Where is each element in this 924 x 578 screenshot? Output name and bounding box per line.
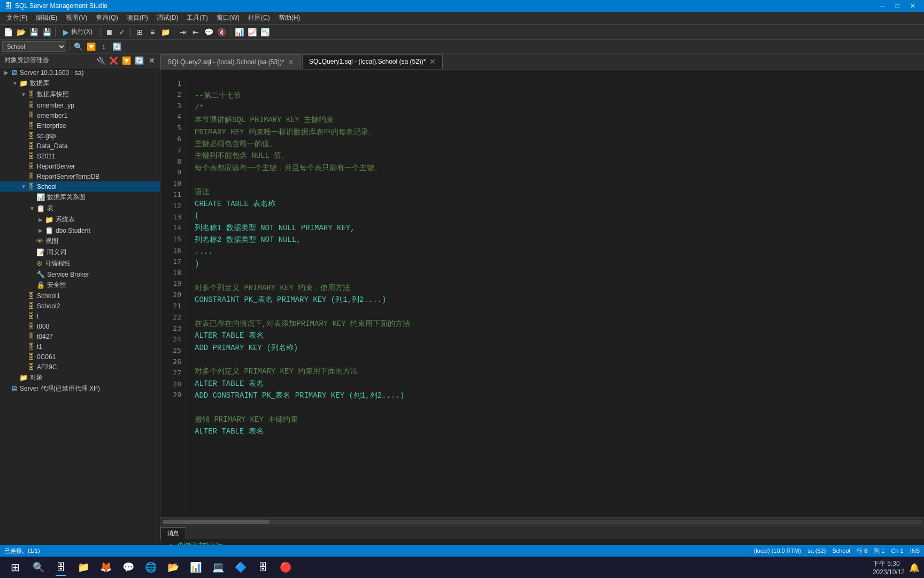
tree-item-views[interactable]: 👁 视图	[0, 235, 160, 247]
sep3	[130, 27, 131, 37]
stop-btn[interactable]: ⏹	[103, 26, 115, 38]
db-icon-school: 🗄	[28, 182, 35, 191]
open-btn[interactable]: 📂	[15, 26, 27, 38]
tree-item-0c061[interactable]: 🗄 0C061	[0, 352, 160, 362]
taskbar-explorer2[interactable]: 📂	[163, 558, 184, 577]
results-grid-btn[interactable]: ⊞	[134, 26, 145, 38]
editor-inner[interactable]: 12345 678910 1112131415 1617181920 21222…	[160, 74, 924, 513]
save-btn[interactable]: 💾	[28, 26, 40, 38]
taskbar-ssms[interactable]: 🗄	[50, 558, 72, 577]
tree-item-system-tables[interactable]: ▶ 📁 系统表	[0, 214, 160, 225]
tree-item-snapshots[interactable]: ▼ 🗄 数据库快照	[0, 89, 160, 100]
menu-window[interactable]: 窗口(W)	[212, 12, 244, 24]
sort-btn[interactable]: ↕	[98, 41, 110, 52]
taskbar-terminal[interactable]: 💻	[207, 558, 229, 577]
tree-item-diagrams[interactable]: 📊 数据库关系图	[0, 192, 160, 203]
tree-item-dbo-student[interactable]: ▶ 📋 dbo.Student	[0, 225, 160, 235]
menu-query[interactable]: 查询(Q)	[91, 12, 122, 24]
results-file-btn[interactable]: 📁	[159, 26, 171, 38]
minimize-btn[interactable]: ─	[876, 2, 889, 10]
code-content[interactable]: --第二十七节 /* 本节课讲解SQL PRIMARY KEY 主键约束 PRI…	[186, 74, 721, 513]
object-explorer-btn[interactable]: 🔍	[72, 41, 84, 52]
h-scrollbar[interactable]	[163, 520, 922, 524]
refresh-btn[interactable]: 🔄	[111, 41, 122, 52]
code-editor[interactable]: 12345 678910 1112131415 1617181920 21222…	[160, 70, 924, 517]
tree-item-agent[interactable]: 🖥 Server 代理(已禁用代理 XP)	[0, 383, 160, 394]
menu-project[interactable]: 项目(P)	[122, 12, 152, 24]
tree-item-security[interactable]: 🔒 安全性	[0, 279, 160, 291]
tree-item-t008[interactable]: 🗄 t008	[0, 321, 160, 331]
sidebar-filter-btn[interactable]: 🔽	[120, 55, 132, 66]
tree-item-s2011[interactable]: 🗄 S2011	[0, 151, 160, 161]
comment-btn[interactable]: 💬	[203, 26, 214, 38]
tree-item-objects[interactable]: 📁 对象	[0, 372, 160, 383]
results-tab-messages[interactable]: 消息	[160, 527, 186, 539]
sidebar-connect-btn[interactable]: 🔌	[95, 55, 106, 66]
start-button[interactable]: ⊞	[4, 558, 26, 577]
outdent-btn[interactable]: ⇤	[190, 26, 202, 38]
tree-item-t1[interactable]: 🗄 t1	[0, 341, 160, 352]
tree-item-t[interactable]: 🗄 t	[0, 311, 160, 321]
db-icon-t008: 🗄	[28, 322, 35, 330]
tree-item-t0427[interactable]: 🗄 t0427	[0, 331, 160, 341]
uncomment-btn[interactable]: 🔇	[215, 26, 227, 38]
tree-item-tables[interactable]: ▼ 📋 表	[0, 203, 160, 214]
execute-btn[interactable]: ▶ 执行(X)	[58, 26, 97, 38]
sidebar-refresh-btn[interactable]: 🔄	[133, 55, 145, 66]
taskbar-ie[interactable]: 🌐	[140, 558, 161, 577]
tree-item-school1[interactable]: 🗄 School1	[0, 291, 160, 301]
taskbar-chat[interactable]: 💬	[118, 558, 139, 577]
filter-btn[interactable]: 🔽	[85, 41, 97, 52]
tree-item-af29c[interactable]: 🗄 AF29C	[0, 362, 160, 372]
tree-item-school[interactable]: ▼ 🗄 School	[0, 181, 160, 192]
taskbar-vs2[interactable]: 🗄	[252, 558, 274, 577]
tree-item-data-data[interactable]: 🗄 Data_Data	[0, 141, 160, 151]
h-scroll-area[interactable]	[160, 517, 924, 526]
tree-item-omember1[interactable]: 🗄 omember1	[0, 110, 160, 120]
iostat-btn[interactable]: 📉	[259, 26, 271, 38]
tab-query1[interactable]: SQLQuery1.sql - (local).School (sa (52))…	[302, 54, 443, 69]
clientstat-btn[interactable]: 📈	[246, 26, 258, 38]
showplan-btn[interactable]: 📊	[233, 26, 245, 38]
taskbar-red[interactable]: 🔴	[275, 558, 296, 577]
tree-item-synonyms[interactable]: 📝 同义词	[0, 247, 160, 258]
close-btn[interactable]: ✕	[906, 2, 920, 10]
tree-item-reportservertempdb[interactable]: 🗄 ReportServerTempDB	[0, 171, 160, 181]
tree-item-databases[interactable]: ▼ 📁 数据库	[0, 78, 160, 89]
tab2-close-icon[interactable]: ✕	[288, 58, 294, 66]
menu-community[interactable]: 社区(C)	[244, 12, 274, 24]
taskbar-vs[interactable]: 🔷	[230, 558, 251, 577]
notification-icon[interactable]: 🔔	[909, 562, 920, 573]
db-selector[interactable]: School	[2, 41, 66, 52]
sidebar-disconnect-btn[interactable]: ❌	[107, 55, 119, 66]
taskbar-excel[interactable]: 📊	[185, 558, 206, 577]
sidebar-close-btn[interactable]: ✕	[146, 55, 158, 66]
menu-file[interactable]: 文件(F)	[2, 12, 32, 24]
expand-icon-server: ▶	[2, 70, 11, 75]
taskbar-explorer[interactable]: 📁	[73, 558, 94, 577]
tree-item-enterprise[interactable]: 🗄 Enterprise	[0, 120, 160, 131]
taskbar-firefox[interactable]: 🦊	[95, 558, 117, 577]
tab-query2[interactable]: SQLQuery2.sql - (local).School (sa (53))…	[160, 54, 301, 69]
tree-item-service-broker[interactable]: 🔧 Service Broker	[0, 269, 160, 279]
menu-debug[interactable]: 调试(D)	[152, 12, 183, 24]
tree-item-reportserver[interactable]: 🗄 ReportServer	[0, 161, 160, 171]
indent-btn[interactable]: ⇥	[177, 26, 189, 38]
taskbar-search[interactable]: 🔍	[28, 558, 49, 577]
menu-tools[interactable]: 工具(T)	[182, 12, 212, 24]
tree-item-school2[interactable]: 🗄 School2	[0, 301, 160, 311]
tab1-close-icon[interactable]: ✕	[429, 57, 436, 66]
reportserver-label: ReportServer	[37, 163, 75, 170]
menu-edit[interactable]: 编辑(E)	[32, 12, 61, 24]
maximize-btn[interactable]: □	[891, 2, 904, 10]
tree-item-programmability[interactable]: ⚙ 可编程性	[0, 258, 160, 269]
menu-help[interactable]: 帮助(H)	[274, 12, 305, 24]
parse-btn[interactable]: ✓	[116, 26, 128, 38]
save-all-btn[interactable]: 💾	[41, 26, 52, 38]
menu-view[interactable]: 视图(V)	[61, 12, 91, 24]
new-query-btn[interactable]: 📄	[2, 26, 14, 38]
tree-item-omember-yp[interactable]: 🗄 omember_yp	[0, 100, 160, 110]
tree-item-sp-gsp[interactable]: 🗄 sp.gsp	[0, 131, 160, 141]
tree-item-server[interactable]: ▶ 🖥 Server 10.0.1600 - sa)	[0, 67, 160, 78]
results-text-btn[interactable]: ≡	[147, 26, 158, 38]
